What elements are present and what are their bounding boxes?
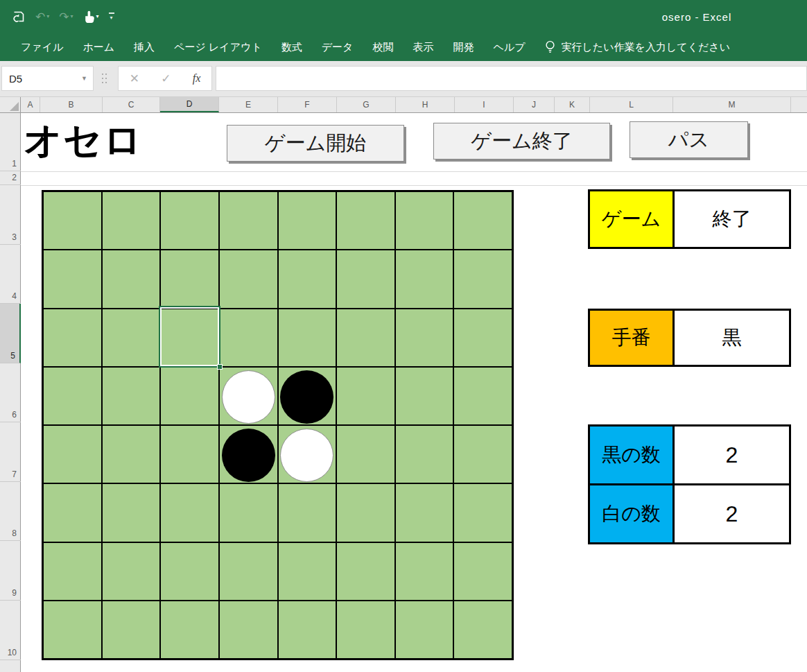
board-cell-H3[interactable] — [396, 192, 453, 249]
board-cell-H8[interactable] — [396, 484, 453, 541]
board-cell-G6[interactable] — [337, 368, 394, 424]
row-header-1[interactable]: 1 — [0, 113, 21, 171]
name-box-dropdown-icon[interactable]: ▼ — [81, 75, 93, 82]
board-cell-D3[interactable] — [161, 192, 218, 249]
column-header-K[interactable]: K — [555, 97, 590, 112]
ribbon-tab-5[interactable]: データ — [312, 35, 363, 60]
board-cell-H6[interactable] — [396, 368, 453, 424]
board-cell-G4[interactable] — [337, 250, 394, 307]
column-header-F[interactable]: F — [278, 97, 337, 112]
column-header-M[interactable]: M — [673, 97, 791, 112]
board-cell-E4[interactable] — [220, 250, 277, 307]
board-cell-E10[interactable] — [220, 601, 277, 658]
board-cell-I10[interactable] — [454, 601, 512, 658]
board-cell-I6[interactable] — [454, 368, 512, 424]
board-cell-H9[interactable] — [396, 543, 453, 600]
board-cell-F10[interactable] — [279, 601, 336, 658]
board-cell-D10[interactable] — [161, 601, 218, 658]
board-cell-G8[interactable] — [337, 484, 394, 541]
enter-icon[interactable]: ✓ — [161, 71, 171, 86]
undo-icon[interactable]: ↶▾ — [35, 11, 49, 23]
touch-mouse-mode-icon[interactable]: ▾ — [83, 10, 99, 24]
ribbon-tab-6[interactable]: 校閲 — [363, 35, 403, 60]
board-cell-I7[interactable] — [454, 426, 512, 483]
column-header-L[interactable]: L — [590, 97, 673, 112]
save-icon[interactable] — [12, 10, 26, 24]
board-cell-D9[interactable] — [161, 543, 218, 600]
board-cell-B8[interactable] — [44, 484, 101, 541]
cancel-icon[interactable]: ✕ — [130, 71, 139, 86]
ribbon-tab-8[interactable]: 開発 — [443, 35, 483, 60]
board-cell-B4[interactable] — [44, 250, 101, 307]
board-cell-G3[interactable] — [337, 192, 394, 249]
board-cell-C4[interactable] — [103, 250, 160, 307]
board-cell-I5[interactable] — [454, 309, 512, 366]
board-cell-E9[interactable] — [220, 543, 277, 600]
column-header-B[interactable]: B — [40, 97, 103, 112]
column-header-A[interactable]: A — [21, 97, 40, 112]
ribbon-tab-9[interactable]: ヘルプ — [483, 35, 535, 60]
board-cell-H7[interactable] — [396, 426, 453, 483]
board-cell-F9[interactable] — [279, 543, 336, 600]
board-cell-G5[interactable] — [337, 309, 394, 366]
board-cell-D8[interactable] — [161, 484, 218, 541]
board-cell-B3[interactable] — [44, 192, 101, 249]
board-cell-E3[interactable] — [220, 192, 277, 249]
ribbon-tab-0[interactable]: ファイル — [11, 35, 73, 60]
board-cell-I3[interactable] — [454, 192, 512, 249]
formula-input[interactable] — [216, 66, 807, 91]
row-header-7[interactable]: 7 — [0, 422, 21, 482]
board-cell-G10[interactable] — [337, 601, 394, 658]
game-start-button[interactable]: ゲーム開始 — [227, 125, 404, 162]
column-header-J[interactable]: J — [514, 97, 555, 112]
board-cell-G7[interactable] — [337, 426, 394, 483]
board-cell-D4[interactable] — [161, 250, 218, 307]
board-cell-I8[interactable] — [454, 484, 512, 541]
board-cell-C9[interactable] — [103, 543, 160, 600]
customize-quick-access-icon[interactable]: ▾ — [109, 12, 114, 21]
column-header-E[interactable]: E — [219, 97, 278, 112]
board-cell-F8[interactable] — [279, 484, 336, 541]
board-cell-D7[interactable] — [161, 426, 218, 483]
ribbon-tab-7[interactable]: 表示 — [403, 35, 443, 60]
board-cell-C3[interactable] — [103, 192, 160, 249]
ribbon-tab-1[interactable]: ホーム — [73, 35, 124, 60]
ribbon-tab-3[interactable]: ページ レイアウト — [164, 35, 272, 60]
column-header-C[interactable]: C — [103, 97, 160, 112]
board-cell-E8[interactable] — [220, 484, 277, 541]
board-cell-H5[interactable] — [396, 309, 453, 366]
ribbon-tab-2[interactable]: 挿入 — [124, 35, 164, 60]
board-cell-F3[interactable] — [279, 192, 336, 249]
row-header-4[interactable]: 4 — [0, 245, 21, 304]
ribbon-tab-4[interactable]: 数式 — [272, 35, 312, 60]
column-header-I[interactable]: I — [455, 97, 514, 112]
tell-me-box[interactable]: 実行したい作業を入力してください — [545, 40, 731, 54]
insert-function-icon[interactable]: fx — [193, 72, 201, 85]
row-header-9[interactable]: 9 — [0, 541, 21, 601]
board-cell-I4[interactable] — [454, 250, 512, 307]
row-header-10[interactable]: 10 — [0, 601, 21, 660]
board-cell-C5[interactable] — [103, 309, 160, 366]
column-header-H[interactable]: H — [396, 97, 455, 112]
game-end-button[interactable]: ゲーム終了 — [433, 123, 610, 160]
board-cell-B7[interactable] — [44, 426, 101, 483]
board-cell-G9[interactable] — [337, 543, 394, 600]
board-cell-F4[interactable] — [279, 250, 336, 307]
board-cell-C6[interactable] — [103, 368, 160, 424]
pass-button[interactable]: パス — [630, 121, 748, 158]
column-header-D[interactable]: D — [160, 97, 219, 112]
board-cell-B9[interactable] — [44, 543, 101, 600]
row-header-6[interactable]: 6 — [0, 363, 21, 422]
row-header-2[interactable]: 2 — [0, 171, 21, 185]
board-cell-F5[interactable] — [279, 309, 336, 366]
board-cell-B5[interactable] — [44, 309, 101, 366]
name-box[interactable]: D5 ▼ — [1, 66, 94, 91]
formula-bar-resize-handle[interactable] — [102, 74, 107, 85]
board-cell-H4[interactable] — [396, 250, 453, 307]
board-cell-D5[interactable] — [161, 309, 218, 366]
row-header-3[interactable]: 3 — [0, 185, 21, 245]
board-cell-C8[interactable] — [103, 484, 160, 541]
select-all-corner[interactable] — [0, 97, 21, 112]
board-cell-I9[interactable] — [454, 543, 512, 600]
board-cell-H10[interactable] — [396, 601, 453, 658]
